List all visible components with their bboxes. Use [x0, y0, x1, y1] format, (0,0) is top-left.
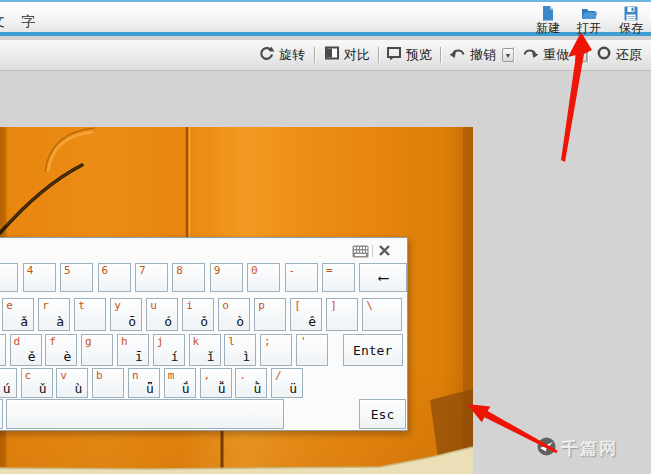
key-,[interactable]: ,ǚ: [200, 368, 232, 398]
key-[[interactable]: [ê: [290, 298, 322, 331]
key-r[interactable]: rà: [38, 298, 70, 331]
key-main-label: 7: [139, 264, 146, 277]
open-button[interactable]: 打开: [572, 4, 606, 37]
key-main-label: c: [25, 369, 32, 382]
key-sub-label: ì: [242, 349, 250, 364]
save-button[interactable]: 保存: [614, 4, 648, 37]
key-sub-label: ó: [164, 314, 172, 329]
undo-button[interactable]: 撤销 ▼: [449, 40, 514, 70]
key-enter[interactable]: Enter: [343, 334, 403, 366]
rotate-icon: [258, 45, 275, 66]
key-sub-label: ê: [308, 314, 316, 329]
close-icon[interactable]: [378, 243, 391, 256]
key-y[interactable]: yō: [110, 298, 142, 331]
key-sub-label: ī: [135, 349, 143, 364]
key-esc[interactable]: Esc: [359, 399, 406, 429]
key-sub-label: ǔ: [39, 381, 47, 396]
key-h[interactable]: hī: [117, 334, 149, 366]
key-sub-label: è: [63, 349, 71, 364]
key-j[interactable]: jí: [153, 334, 185, 366]
toolbar-separator: [378, 47, 379, 63]
key-][interactable]: ]: [326, 298, 358, 331]
key-n[interactable]: nǖ: [128, 368, 160, 398]
preview-button[interactable]: 预览: [386, 40, 432, 70]
key-v[interactable]: vù: [56, 368, 88, 398]
key-main-label: k: [193, 335, 200, 348]
new-document-icon: [531, 5, 565, 22]
key-6[interactable]: 6: [98, 263, 131, 292]
key-l[interactable]: lì: [224, 334, 256, 366]
key-g[interactable]: g: [81, 334, 113, 366]
key-p[interactable]: p: [254, 298, 286, 331]
key-s[interactable]: sé: [0, 334, 6, 366]
key-5[interactable]: 5: [60, 263, 93, 292]
key-c[interactable]: cǔ: [21, 368, 53, 398]
key-i[interactable]: iǒ: [182, 298, 214, 331]
key-main-label: b: [96, 369, 103, 382]
key-main-label: [: [294, 299, 301, 312]
compare-button[interactable]: 对比: [324, 40, 370, 70]
key-sub-label: ò: [236, 314, 244, 329]
key-;[interactable]: ;: [260, 334, 292, 366]
watermark-text: 千篇网: [561, 437, 618, 460]
key-sub-label: ǜ: [253, 381, 261, 396]
page-title: 文 字: [0, 13, 41, 31]
key-main-label: m: [168, 369, 175, 382]
key-sub-label: ǒ: [200, 314, 208, 329]
key-b[interactable]: b: [92, 368, 124, 398]
key-e[interactable]: eǎ: [2, 298, 34, 331]
key-main-label: e: [6, 299, 13, 312]
key-modifier[interactable]: [0, 399, 3, 429]
key-0[interactable]: 0: [247, 263, 280, 292]
key-k[interactable]: kǐ: [189, 334, 221, 366]
key-main-label: i: [186, 299, 193, 312]
rotate-button[interactable]: 旋转: [258, 40, 305, 70]
key-sub-label: ǎ: [20, 314, 28, 329]
key-main-label: ]: [330, 299, 337, 312]
key-main-label: \: [366, 299, 373, 312]
key-main-label: h: [121, 335, 128, 348]
key-main-label: j: [157, 335, 164, 348]
key-space[interactable]: [6, 399, 284, 429]
key-f[interactable]: fè: [45, 334, 77, 366]
key-9[interactable]: 9: [210, 263, 243, 292]
key-backslash[interactable]: \: [362, 298, 402, 331]
key-main-label: 0: [251, 264, 258, 277]
key-sub-label: í: [171, 349, 179, 364]
key-u[interactable]: uó: [146, 298, 178, 331]
key-o[interactable]: oò: [218, 298, 250, 331]
key-8[interactable]: 8: [172, 263, 205, 292]
toolbar-separator: [440, 47, 441, 63]
key-7[interactable]: 7: [135, 263, 168, 292]
key-main-label: -: [289, 264, 296, 277]
key-4[interactable]: 4: [23, 263, 56, 292]
key-main-label: t: [78, 299, 85, 312]
key-'[interactable]: ': [296, 334, 328, 366]
key-main-label: r: [42, 299, 49, 312]
key-main-label: 4: [27, 264, 34, 277]
key-t[interactable]: t: [74, 298, 106, 331]
key-.[interactable]: .ǜ: [235, 368, 267, 398]
key-main-label: Enter: [353, 343, 392, 358]
key-=[interactable]: =: [322, 263, 355, 292]
key-backspace[interactable]: ⟵: [359, 263, 407, 292]
key-main-label: 9: [214, 264, 221, 277]
key-3[interactable]: 3: [0, 263, 18, 292]
keyboard-icon[interactable]: [352, 244, 369, 257]
key-d[interactable]: dě: [10, 334, 42, 366]
redo-dropdown-arrow[interactable]: ▼: [575, 48, 587, 62]
key-m[interactable]: mǘ: [164, 368, 196, 398]
save-icon: [614, 5, 648, 22]
key-main-label: ;: [264, 335, 271, 348]
edit-toolbar: 旋转 对比 预览 撤销 ▼: [0, 40, 651, 71]
new-button[interactable]: 新建: [531, 4, 565, 37]
restore-button[interactable]: 还原: [596, 40, 642, 70]
redo-button[interactable]: 重做 ▼: [522, 40, 587, 70]
key--[interactable]: -: [285, 263, 318, 292]
key-/[interactable]: /ü: [271, 368, 303, 398]
key-main-label: 5: [64, 264, 71, 277]
toolbar-separator: [513, 47, 514, 63]
titlebar-separator: [372, 245, 373, 257]
key-sub-label: ú: [3, 381, 11, 396]
key-x[interactable]: xú: [0, 368, 17, 398]
